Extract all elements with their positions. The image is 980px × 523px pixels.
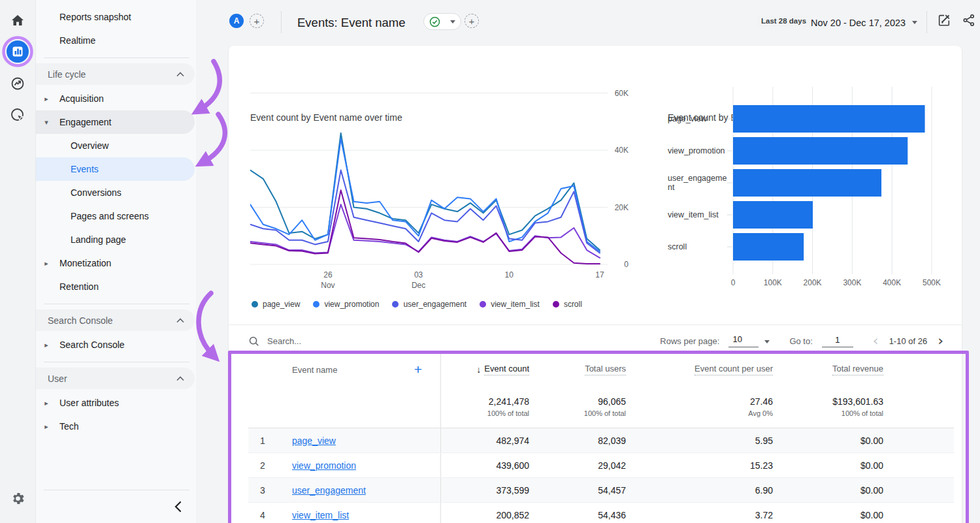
legend-item-view_item_list[interactable]: view_item_list — [480, 300, 540, 309]
expand-arrow-down-icon[interactable]: ▾ — [42, 118, 50, 127]
table-row: 3user_engagement373,59954,4576.90$0.00 — [248, 478, 954, 503]
table-row: 4view_item_list200,85254,4363.72$0.00 — [248, 503, 954, 523]
goto-page-input[interactable] — [822, 334, 853, 347]
collapse-sidebar-icon[interactable] — [174, 501, 183, 513]
reports-icon[interactable] — [0, 35, 35, 68]
sidebar-item-engagement[interactable]: ▾Engagement — [36, 110, 195, 134]
sidebar-item-monetization[interactable]: ▸Monetization — [36, 251, 195, 275]
sidebar-item-overview[interactable]: Overview — [36, 134, 195, 157]
svg-text:view_promotion: view_promotion — [668, 146, 725, 155]
explore-icon[interactable] — [0, 68, 35, 99]
annotation-arrow — [199, 61, 220, 110]
table-controls: Rows per page: 10 Go to: ‹ 1-10 of 26 › — [248, 328, 945, 353]
report-nav-list: Reports snapshotRealtimeLife cycle▸Acqui… — [36, 0, 196, 438]
column-header-total-users[interactable]: Total users — [529, 353, 626, 386]
sidebar-item-pages-and-screens[interactable]: Pages and screens — [36, 204, 195, 228]
date-chevron-down-icon[interactable] — [912, 21, 917, 24]
total-sub-label: Avg 0% — [748, 409, 773, 417]
date-preset-badge: Last 28 days — [756, 15, 811, 27]
svg-text:03: 03 — [414, 270, 423, 279]
cell-value: 482,974 — [441, 428, 529, 452]
svg-text:100K: 100K — [764, 278, 782, 287]
cell-value: 82,039 — [529, 428, 626, 452]
legend-dot-icon — [480, 301, 486, 308]
share-icon[interactable] — [962, 13, 976, 27]
sort-descending-icon: ↓ — [476, 364, 481, 375]
event-name-link[interactable]: view_item_list — [292, 510, 349, 520]
sidebar-item-user-attributes[interactable]: ▸User attributes — [36, 391, 195, 415]
svg-text:0: 0 — [731, 278, 736, 287]
table-search — [248, 336, 412, 347]
line-series-page_view — [250, 133, 600, 250]
legend-item-scroll[interactable]: scroll — [553, 300, 582, 309]
svg-text:view_item_list: view_item_list — [668, 210, 719, 219]
sidebar-item-search-console[interactable]: ▸Search Console — [36, 333, 195, 357]
line-series-user_engagement — [250, 170, 600, 253]
column-header-event-count-per-user[interactable]: Event count per user — [626, 353, 773, 386]
sidebar-item-conversions[interactable]: Conversions — [36, 181, 195, 204]
customize-report-icon[interactable] — [937, 13, 951, 27]
sidebar-section-search-console[interactable]: Search Console — [36, 309, 195, 331]
svg-text:60K: 60K — [615, 89, 629, 98]
expand-arrow-right-icon[interactable]: ▸ — [42, 259, 50, 268]
total-value: 96,065 — [598, 396, 626, 407]
expand-arrow-right-icon[interactable]: ▸ — [42, 399, 50, 407]
column-header-event-count[interactable]: ↓Event count — [441, 353, 529, 386]
cell-value: 3.72 — [626, 503, 773, 523]
sidebar-item-tech[interactable]: ▸Tech — [36, 415, 195, 438]
svg-text:0: 0 — [624, 260, 629, 269]
expand-arrow-right-icon[interactable]: ▸ — [42, 422, 50, 431]
cell-value: 5.95 — [626, 428, 773, 452]
bar-view_item_list — [733, 201, 813, 229]
cell-value: $0.00 — [773, 503, 883, 523]
sidebar-item-landing-page[interactable]: Landing page — [36, 228, 195, 251]
rows-per-page-chevron-icon[interactable] — [764, 340, 770, 343]
home-icon[interactable] — [0, 5, 35, 36]
settings-gear-icon[interactable] — [0, 483, 35, 514]
event-name-link[interactable]: view_promotion — [292, 460, 356, 471]
event-name-link[interactable]: user_engagement — [292, 485, 366, 496]
sidebar-item-realtime[interactable]: Realtime — [36, 29, 195, 52]
bar-page_view — [733, 105, 925, 133]
goto-label: Go to: — [789, 336, 812, 346]
legend-item-user_engagement[interactable]: user_engagement — [392, 300, 466, 309]
add-report-tab-button[interactable]: + — [465, 14, 479, 28]
sidebar-section-user[interactable]: User — [36, 368, 195, 389]
previous-page-icon[interactable]: ‹ — [872, 334, 880, 348]
svg-text:Nov: Nov — [321, 281, 335, 290]
next-page-icon[interactable]: › — [936, 334, 945, 348]
comparison-avatar-chip[interactable]: A — [229, 14, 244, 28]
total-value: 2,241,478 — [489, 396, 529, 407]
svg-text:page_view: page_view — [668, 114, 708, 123]
event-name-link[interactable]: page_view — [292, 436, 336, 446]
legend-item-page_view[interactable]: page_view — [252, 300, 300, 309]
sidebar-item-events[interactable]: Events — [36, 157, 195, 181]
rows-per-page-select[interactable]: 10 — [728, 334, 759, 347]
report-status-pill[interactable] — [423, 13, 461, 30]
add-dimension-icon[interactable]: + — [414, 362, 422, 377]
sidebar-item-acquisition[interactable]: ▸Acquisition — [36, 87, 195, 110]
search-input[interactable] — [266, 336, 412, 347]
total-value: $193,601.63 — [832, 396, 883, 407]
cell-value: 29,042 — [529, 453, 626, 477]
add-comparison-button[interactable]: + — [250, 14, 264, 28]
legend-item-view_promotion[interactable]: view_promotion — [313, 300, 379, 309]
expand-arrow-right-icon[interactable]: ▸ — [42, 95, 50, 103]
legend-dot-icon — [553, 301, 559, 308]
expand-arrow-right-icon[interactable]: ▸ — [42, 341, 50, 349]
table-pagination: Rows per page: 10 Go to: ‹ 1-10 of 26 › — [660, 334, 945, 348]
date-range-selector[interactable]: Nov 20 - Dec 17, 2023 — [811, 0, 906, 46]
sidebar-divider — [44, 362, 189, 362]
legend-dot-icon — [392, 301, 399, 308]
sidebar-item-retention[interactable]: Retention — [36, 275, 195, 298]
column-header-event-name[interactable]: Event name — [248, 365, 337, 375]
sidebar-section-life-cycle[interactable]: Life cycle — [36, 63, 195, 85]
column-header-total-revenue[interactable]: Total revenue — [773, 353, 883, 386]
chevron-down-icon — [450, 20, 455, 24]
cell-value: 200,852 — [441, 503, 529, 523]
header-divider — [926, 11, 927, 33]
advertising-icon[interactable] — [0, 99, 35, 131]
events-report-card: Event count by Event name over time Even… — [229, 46, 962, 523]
sidebar-item-reports-snapshot[interactable]: Reports snapshot — [36, 5, 195, 29]
cell-value: 6.90 — [626, 478, 773, 502]
